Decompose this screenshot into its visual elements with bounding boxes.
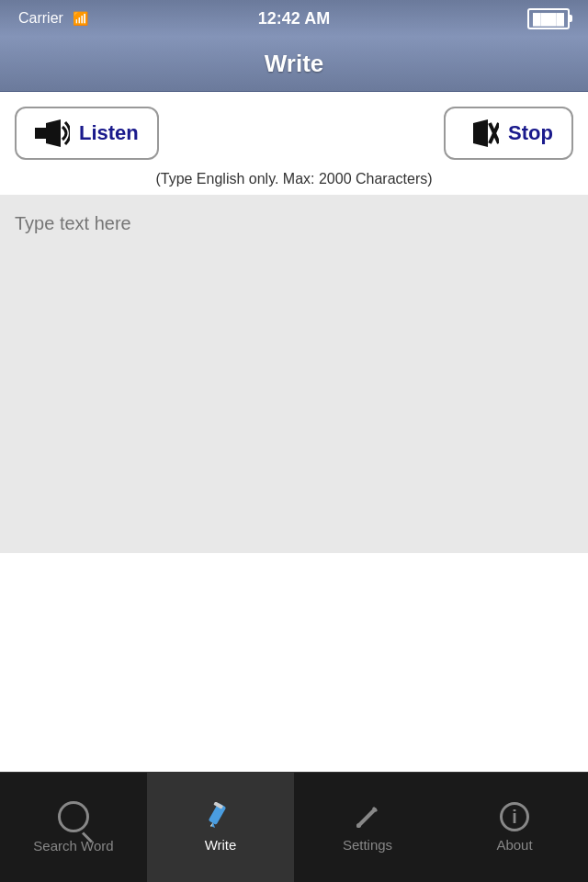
listen-button[interactable]: Listen: [15, 107, 159, 160]
page-title: Write: [265, 50, 324, 78]
hint-text: (Type English only. Max: 2000 Characters…: [0, 160, 588, 195]
action-buttons-row: Listen Stop: [0, 92, 588, 160]
write-textarea[interactable]: [0, 195, 588, 553]
status-bar: Carrier 📶 12:42 AM ████: [0, 0, 588, 37]
svg-point-11: [356, 823, 361, 828]
svg-marker-2: [473, 119, 488, 147]
listen-label: Listen: [79, 121, 139, 145]
search-icon: [58, 801, 89, 832]
pencil-icon: [206, 802, 235, 831]
stop-button[interactable]: Stop: [444, 107, 573, 160]
tab-settings-label: Settings: [343, 837, 392, 853]
tab-search-word[interactable]: Search Word: [0, 773, 147, 882]
svg-line-9: [358, 809, 375, 826]
carrier-label: Carrier: [18, 10, 63, 27]
about-icon: i: [500, 802, 529, 831]
tab-about[interactable]: i About: [441, 773, 588, 882]
status-left: Carrier 📶: [18, 10, 88, 27]
tab-about-label: About: [496, 837, 532, 853]
svg-marker-1: [46, 119, 61, 147]
wifi-icon: 📶: [73, 11, 88, 26]
svg-rect-0: [35, 128, 46, 139]
status-time: 12:42 AM: [258, 9, 330, 28]
tab-search-word-label: Search Word: [33, 838, 113, 854]
stop-icon: [464, 119, 499, 147]
nav-bar: Write: [0, 37, 588, 92]
stop-label: Stop: [508, 121, 553, 145]
tab-bar: Search Word Write Settings i About: [0, 772, 588, 882]
text-area-container: [0, 195, 588, 557]
settings-icon: [353, 802, 382, 831]
tab-settings[interactable]: Settings: [294, 773, 441, 882]
tab-write[interactable]: Write: [147, 773, 294, 882]
speaker-icon: [35, 119, 70, 147]
tab-write-label: Write: [205, 837, 237, 853]
battery-icon: ████: [527, 8, 570, 29]
content-area: Listen Stop (Type English only. Max: 200…: [0, 92, 588, 557]
